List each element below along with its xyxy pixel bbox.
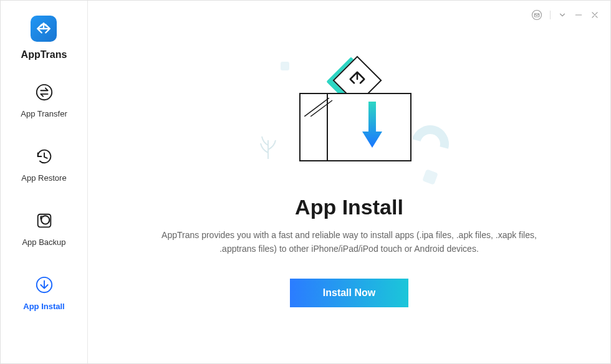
transfer-icon	[34, 82, 55, 103]
install-now-button[interactable]: Install Now	[290, 279, 408, 307]
sidebar: AppTrans App Transfer App Restore	[1, 1, 88, 363]
sidebar-item-label: App Restore	[21, 173, 66, 183]
svg-point-3	[532, 11, 542, 20]
sidebar-item-app-install[interactable]: App Install	[1, 274, 87, 311]
sidebar-item-label: App Backup	[22, 237, 65, 247]
sidebar-item-app-transfer[interactable]: App Transfer	[1, 82, 87, 118]
app-logo: AppTrans	[21, 16, 67, 60]
main-content: App Install AppTrans provides you with a…	[88, 1, 610, 363]
svg-line-5	[304, 98, 329, 117]
window-controls	[531, 9, 599, 21]
chevron-down-icon[interactable]	[558, 11, 567, 19]
sidebar-item-app-restore[interactable]: App Restore	[1, 146, 87, 183]
svg-line-6	[310, 100, 332, 117]
page-title: App Install	[295, 195, 403, 219]
app-container: AppTrans App Transfer App Restore	[1, 1, 610, 363]
close-icon[interactable]	[590, 11, 599, 19]
minimize-icon[interactable]	[574, 11, 583, 19]
page-description: AppTrans provides you with a fast and re…	[150, 228, 549, 256]
sidebar-item-label: App Install	[23, 302, 64, 311]
sidebar-item-app-backup[interactable]: App Backup	[1, 210, 87, 247]
install-icon	[34, 274, 55, 295]
hero-illustration	[268, 68, 430, 180]
install-button-label: Install Now	[323, 287, 375, 299]
svg-point-0	[36, 85, 51, 100]
feedback-icon[interactable]	[531, 9, 542, 21]
restore-icon	[34, 146, 55, 167]
backup-icon	[34, 210, 55, 231]
divider	[550, 11, 551, 19]
app-name: AppTrans	[21, 49, 67, 60]
app-logo-icon	[31, 16, 57, 42]
sidebar-item-label: App Transfer	[21, 109, 67, 118]
